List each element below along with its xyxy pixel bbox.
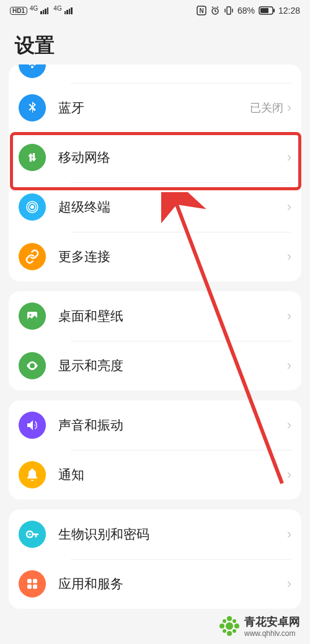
settings-row-display-brightness[interactable]: 显示和亮度 ›	[9, 341, 301, 390]
battery-icon	[259, 6, 275, 15]
settings-group-sound: 声音和振动 › 通知 ›	[9, 400, 301, 500]
row-label: 超级终端	[58, 198, 287, 216]
svg-point-22	[227, 631, 232, 636]
svg-point-25	[223, 619, 226, 623]
watermark-url: www.qhhlv.com	[244, 629, 300, 638]
svg-point-28	[232, 629, 236, 633]
hd-badge: HD1	[10, 7, 27, 15]
settings-row-bluetooth[interactable]: 蓝牙 已关闭 ›	[9, 83, 301, 133]
svg-point-11	[30, 314, 32, 316]
svg-point-20	[226, 622, 233, 630]
settings-row-super-device[interactable]: 超级终端 ›	[9, 182, 301, 232]
svg-rect-6	[273, 9, 275, 12]
svg-rect-5	[260, 8, 268, 13]
battery-percent: 68%	[237, 6, 255, 15]
settings-row-apps-services[interactable]: 应用和服务 ›	[9, 559, 301, 609]
svg-point-23	[219, 624, 224, 629]
signal2-4g: 4G	[53, 5, 61, 12]
chevron-right-icon: ›	[287, 576, 291, 592]
row-label: 显示和亮度	[58, 357, 287, 374]
chevron-right-icon: ›	[287, 417, 291, 433]
chevron-right-icon: ›	[287, 149, 291, 165]
chevron-right-icon: ›	[287, 249, 291, 265]
signal1-bars	[40, 7, 48, 14]
bluetooth-icon	[19, 94, 46, 121]
mobile-data-icon	[19, 144, 46, 171]
key-icon	[19, 521, 46, 548]
settings-row-home-wallpaper[interactable]: 桌面和壁纸 ›	[9, 291, 301, 341]
settings-row-notifications[interactable]: 通知 ›	[9, 450, 301, 500]
status-time: 12:28	[278, 6, 300, 15]
row-label: 桌面和壁纸	[58, 307, 287, 325]
vibrate-icon	[224, 6, 234, 15]
row-label: 移动网络	[58, 149, 287, 166]
settings-group-connectivity: WLAN › 蓝牙 已关闭 › 移动网络 › 超级终端 › 更多连接 ›	[9, 64, 301, 281]
link-icon	[19, 243, 46, 270]
alarm-icon	[210, 6, 220, 15]
chevron-right-icon: ›	[287, 526, 291, 542]
row-label: 更多连接	[58, 248, 287, 265]
status-bar: HD1 4G 4G N 68% 12:28	[0, 0, 310, 21]
status-left: HD1 4G 4G	[10, 7, 73, 15]
super-device-icon	[19, 193, 46, 221]
svg-rect-15	[27, 579, 32, 583]
svg-point-14	[29, 534, 31, 536]
row-label: 生物识别和密码	[58, 526, 287, 543]
settings-row-biometrics[interactable]: 生物识别和密码 ›	[9, 509, 301, 559]
settings-row-more-connections[interactable]: 更多连接 ›	[9, 232, 301, 281]
svg-rect-18	[33, 584, 37, 589]
page-title: 设置	[0, 21, 310, 68]
row-label: 应用和服务	[58, 575, 287, 593]
eye-icon	[19, 352, 46, 379]
settings-row-wlan[interactable]: WLAN ›	[9, 64, 301, 83]
signal2-bars	[64, 7, 73, 14]
svg-rect-17	[27, 584, 32, 589]
svg-point-21	[227, 616, 232, 621]
nfc-icon: N	[197, 6, 206, 15]
apps-grid-icon	[19, 570, 46, 598]
watermark-title: 青花安卓网	[244, 614, 300, 629]
svg-point-27	[223, 629, 226, 633]
svg-rect-16	[33, 579, 37, 583]
svg-point-24	[234, 624, 239, 629]
svg-text:N: N	[199, 7, 203, 14]
bell-icon	[19, 461, 46, 488]
svg-point-7	[30, 205, 34, 209]
picture-icon	[19, 302, 46, 330]
chevron-right-icon: ›	[287, 308, 291, 324]
status-right: N 68% 12:28	[197, 6, 300, 15]
wifi-icon	[19, 64, 46, 78]
row-label: 蓝牙	[58, 99, 250, 117]
watermark: 青花安卓网 www.qhhlv.com	[218, 614, 300, 638]
chevron-right-icon: ›	[287, 100, 291, 116]
row-label: 通知	[58, 466, 287, 483]
settings-group-display: 桌面和壁纸 › 显示和亮度 ›	[9, 291, 301, 390]
chevron-right-icon: ›	[287, 199, 291, 215]
settings-group-security: 生物识别和密码 › 应用和服务 ›	[9, 509, 301, 609]
row-value: 已关闭	[250, 100, 283, 115]
svg-rect-3	[227, 7, 231, 14]
chevron-right-icon: ›	[287, 467, 291, 483]
signal1-4g: 4G	[30, 5, 38, 12]
speaker-icon	[19, 412, 46, 439]
svg-point-12	[31, 364, 33, 367]
chevron-right-icon: ›	[287, 358, 291, 374]
svg-point-26	[232, 619, 236, 623]
settings-row-mobile-network[interactable]: 移动网络 ›	[9, 133, 301, 182]
row-label: 声音和振动	[58, 417, 287, 434]
watermark-logo	[218, 615, 241, 637]
settings-row-sound-vibration[interactable]: 声音和振动 ›	[9, 400, 301, 450]
